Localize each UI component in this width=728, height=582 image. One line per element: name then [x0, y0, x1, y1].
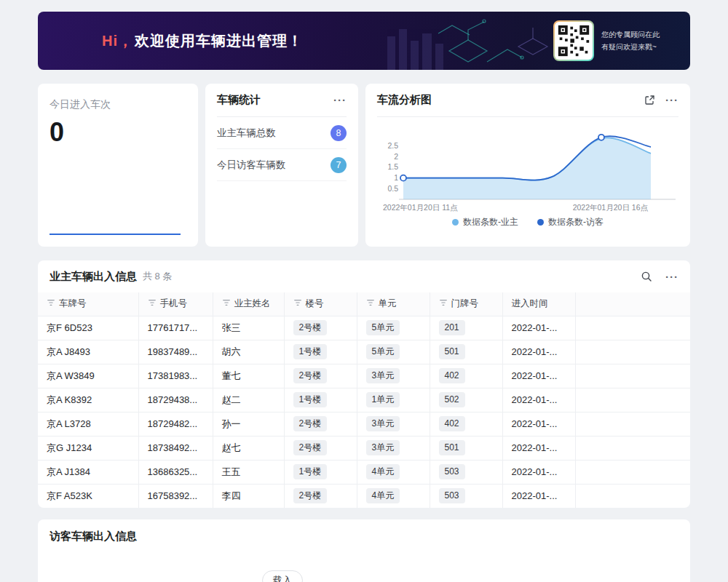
- table-row[interactable]: 京G J123418738492...赵七2号楼3单元5012022-01-..…: [38, 436, 690, 460]
- table-cell[interactable]: 201: [430, 316, 502, 340]
- column-header[interactable]: 楼号: [284, 292, 357, 316]
- table-cell[interactable]: 502: [430, 388, 502, 412]
- table-cell[interactable]: 京A L3728: [38, 412, 138, 436]
- table-cell[interactable]: 4单元: [357, 484, 430, 508]
- qr-code[interactable]: [553, 20, 594, 61]
- table-cell[interactable]: 2022-01-...: [502, 388, 575, 412]
- table-cell[interactable]: 2022-01-...: [502, 412, 575, 436]
- column-header[interactable]: 业主姓名: [213, 292, 284, 316]
- table-cell[interactable]: 5单元: [357, 340, 430, 364]
- table-cell[interactable]: 2022-01-...: [502, 460, 575, 484]
- count-badge: 8: [331, 125, 347, 141]
- column-header[interactable]: 手机号: [138, 292, 213, 316]
- column-header[interactable]: 单元: [357, 292, 430, 316]
- table-cell[interactable]: 赵七: [213, 436, 284, 460]
- table-cell[interactable]: 4单元: [357, 460, 430, 484]
- table-cell[interactable]: 2022-01-...: [502, 436, 575, 460]
- today-entries-label: 今日进入车次: [50, 98, 186, 111]
- load-button[interactable]: 载入: [262, 570, 303, 582]
- table-row[interactable]: 京A J138413686325...王五1号楼4单元5032022-01-..…: [38, 460, 690, 484]
- column-header[interactable]: 车牌号: [38, 292, 138, 316]
- table-cell[interactable]: 17381983...: [138, 364, 213, 388]
- table-cell[interactable]: 3单元: [357, 364, 430, 388]
- table-cell[interactable]: 2022-01-...: [502, 340, 575, 364]
- field-icon: [366, 298, 375, 309]
- table-cell[interactable]: 18738492...: [138, 436, 213, 460]
- column-label: 门牌号: [451, 298, 479, 308]
- table-cell[interactable]: 402: [430, 364, 502, 388]
- table-cell[interactable]: 2022-01-...: [502, 484, 575, 508]
- table-cell[interactable]: 董七: [213, 364, 284, 388]
- search-icon[interactable]: [641, 271, 652, 282]
- table-cell[interactable]: 501: [430, 340, 502, 364]
- table-cell[interactable]: 李四: [213, 484, 284, 508]
- table-cell[interactable]: 1号楼: [284, 388, 357, 412]
- more-menu-icon[interactable]: ···: [665, 271, 678, 282]
- table-row[interactable]: 京A W384917381983...董七2号楼3单元4022022-01-..…: [38, 364, 690, 388]
- legend-label: 数据条数-访客: [548, 216, 604, 228]
- legend-item[interactable]: 数据条数-访客: [537, 216, 604, 228]
- visitor-table-header: 访客车辆出入信息: [50, 519, 678, 553]
- legend-dot: [452, 219, 459, 226]
- table-cell[interactable]: 王五: [213, 460, 284, 484]
- table-row[interactable]: 京A L372818729482...孙一2号楼3单元4022022-01-..…: [38, 412, 690, 436]
- table-cell[interactable]: 2号楼: [284, 484, 357, 508]
- table-cell[interactable]: 1号楼: [284, 460, 357, 484]
- table-cell[interactable]: 2号楼: [284, 412, 357, 436]
- table-cell[interactable]: 京F 6D523: [38, 316, 138, 340]
- table-row[interactable]: 京A J849319837489...胡六1号楼5单元5012022-01-..…: [38, 340, 690, 364]
- table-cell[interactable]: 京A W3849: [38, 364, 138, 388]
- column-header[interactable]: 门牌号: [430, 292, 502, 316]
- table-cell[interactable]: 京A J8493: [38, 340, 138, 364]
- more-menu-icon[interactable]: ···: [665, 95, 678, 105]
- record-count: 共 8 条: [143, 270, 172, 283]
- table-cell[interactable]: 京A K8392: [38, 388, 138, 412]
- legend-item[interactable]: 数据条数-业主: [452, 216, 518, 228]
- table-cell[interactable]: 京A J1384: [38, 460, 138, 484]
- cell-tag: 3单元: [366, 416, 400, 431]
- table-cell[interactable]: 18729438...: [138, 388, 213, 412]
- stat-item[interactable]: 今日访客车辆数7: [217, 149, 347, 181]
- column-header[interactable]: 进入时间: [502, 292, 575, 316]
- table-row[interactable]: 京A K839218729438...赵二1号楼1单元5022022-01-..…: [38, 388, 690, 412]
- visitor-table-card: 访客车辆出入信息 载入: [38, 519, 690, 582]
- table-cell-filler: [575, 484, 690, 508]
- table-cell[interactable]: 2022-01-...: [502, 364, 575, 388]
- table-cell[interactable]: 赵二: [213, 388, 284, 412]
- table-cell[interactable]: 16758392...: [138, 484, 213, 508]
- table-cell[interactable]: 张三: [213, 316, 284, 340]
- table-cell[interactable]: 2022-01-...: [502, 316, 575, 340]
- cell-tag: 501: [439, 440, 465, 455]
- export-icon[interactable]: [644, 95, 655, 106]
- more-menu-icon[interactable]: ···: [333, 95, 347, 105]
- table-cell[interactable]: 17761717...: [138, 316, 213, 340]
- table-cell[interactable]: 503: [430, 484, 502, 508]
- owner-table-card: 业主车辆出入信息 共 8 条 ··· 车牌号手机号业主姓名楼号单元门牌号进入时间…: [38, 260, 690, 508]
- cell-tag: 5单元: [366, 344, 400, 359]
- table-cell[interactable]: 5单元: [357, 316, 430, 340]
- table-row[interactable]: 京F A523K16758392...李四2号楼4单元5032022-01-..…: [38, 484, 690, 508]
- table-row[interactable]: 京F 6D52317761717...张三2号楼5单元2012022-01-..…: [38, 316, 690, 340]
- cell-tag: 402: [439, 416, 465, 431]
- table-cell[interactable]: 3单元: [357, 436, 430, 460]
- table-cell[interactable]: 京G J1234: [38, 436, 138, 460]
- table-cell[interactable]: 13686325...: [138, 460, 213, 484]
- table-cell-filler: [575, 364, 690, 388]
- table-cell[interactable]: 503: [430, 460, 502, 484]
- table-cell[interactable]: 孙一: [213, 412, 284, 436]
- table-cell[interactable]: 19837489...: [138, 340, 213, 364]
- stat-item[interactable]: 业主车辆总数8: [217, 117, 347, 149]
- table-cell[interactable]: 2号楼: [284, 316, 357, 340]
- table-cell[interactable]: 2号楼: [284, 436, 357, 460]
- table-cell[interactable]: 402: [430, 412, 502, 436]
- stat-label: 业主车辆总数: [217, 127, 276, 140]
- table-cell[interactable]: 1单元: [357, 388, 430, 412]
- table-cell[interactable]: 3单元: [357, 412, 430, 436]
- table-cell[interactable]: 京F A523K: [38, 484, 138, 508]
- table-cell[interactable]: 501: [430, 436, 502, 460]
- table-cell[interactable]: 胡六: [213, 340, 284, 364]
- table-cell[interactable]: 18729482...: [138, 412, 213, 436]
- table-cell[interactable]: 2号楼: [284, 364, 357, 388]
- cell-tag: 2号楼: [293, 320, 328, 335]
- table-cell[interactable]: 1号楼: [284, 340, 357, 364]
